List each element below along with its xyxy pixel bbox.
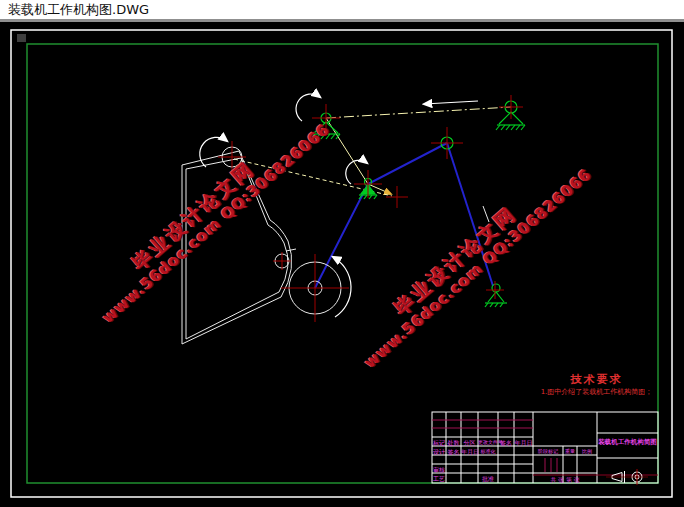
tb-rev-mark: 标记 — [432, 439, 446, 446]
tb-role-date: 年月日 — [461, 448, 478, 455]
support-bottom-right[interactable] — [485, 284, 507, 307]
ground-supports[interactable] — [311, 101, 525, 307]
tb-role-process: 工艺 — [432, 475, 446, 482]
corner-handle — [17, 34, 26, 42]
center-marks — [218, 95, 523, 322]
tb-rev-docno: 更改文件号 — [478, 439, 498, 446]
rotation-arc-bucket-hub — [333, 257, 351, 317]
drawing-canvas[interactable] — [0, 0, 684, 507]
tb-stage-label: 阶段标记 — [533, 448, 563, 455]
tb-rev-sign: 签名 — [498, 439, 514, 446]
tb-role-check: 审核 — [432, 466, 446, 473]
tb-role-sign: 签名 — [446, 448, 461, 455]
bellcrank-link[interactable] — [315, 143, 447, 288]
tech-req-heading: 技术要求 — [533, 373, 660, 386]
tb-rev-zone: 分区 — [461, 439, 478, 446]
tb-rev-count: 处数 — [446, 439, 461, 446]
tb-rev-date: 年月日 — [514, 439, 533, 446]
rotation-arc-top-left — [296, 94, 320, 121]
technical-requirements: 技术要求 1.图中介绍了装载机工作机构简图； — [533, 373, 660, 397]
tb-drawing-name: 装载机工作机构简图 — [598, 438, 657, 446]
rotation-arc-center — [346, 160, 367, 184]
tb-role-design: 设计 — [432, 448, 446, 455]
crank-centerline[interactable] — [326, 107, 511, 118]
tb-scale-label: 比例 — [577, 448, 597, 455]
direction-arrow — [424, 101, 478, 104]
tb-sheet-label: 共 张 第 张 — [533, 476, 597, 483]
tech-req-item: 1.图中介绍了装载机工作机构简图； — [533, 388, 660, 397]
tb-weight-label: 重量 — [563, 448, 577, 455]
cad-viewer-window: 装载机工作机构图.DWG — [0, 0, 684, 507]
tb-role-approve: 批准 — [478, 475, 498, 482]
tb-role-standard: 标准化 — [478, 448, 498, 455]
